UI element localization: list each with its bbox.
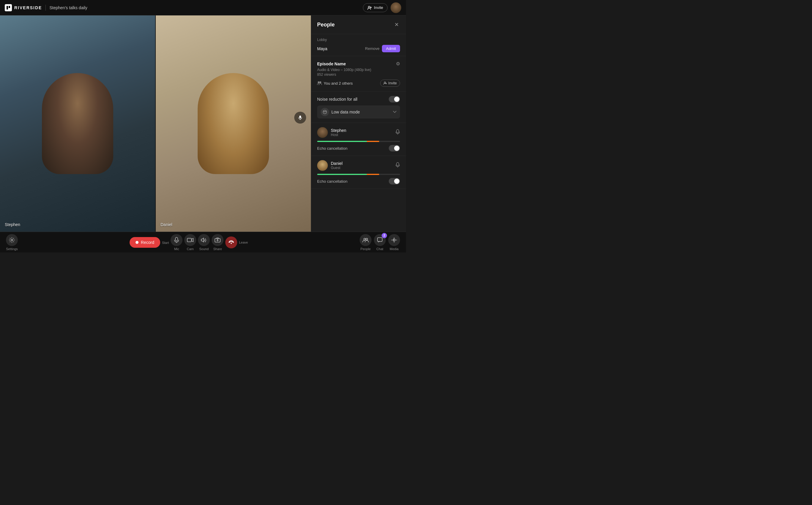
stephen-echo-toggle[interactable] [389,145,400,152]
record-button[interactable]: Record [130,237,160,248]
panel-header: People ✕ [311,15,406,34]
share-button[interactable]: Share [212,234,224,251]
media-icon [391,237,397,243]
people-button[interactable]: People [360,234,372,251]
video-tile-daniel: Daniel [155,15,311,232]
episode-settings-button[interactable]: ⚙ [396,61,400,66]
invite-button-label: Invite [374,5,383,10]
close-panel-button[interactable]: ✕ [393,20,400,29]
chat-label: Chat [376,247,383,251]
cam-button[interactable]: Cam [184,234,196,251]
logo-icon [5,4,12,11]
lobby-section: Lobby Maya Remove Admit [311,34,406,56]
panel-title: People [317,22,335,28]
stephen-role: Host [331,133,392,137]
stephen-avatar [317,127,328,138]
low-data-label: Low data mode [331,110,360,114]
cam-icon-wrapper [184,234,196,246]
remove-button[interactable]: Remove [365,46,379,51]
svg-rect-10 [397,130,399,133]
video-tile-stephen: Stephen [0,15,155,232]
stephen-echo-row: Echo cancellation [317,145,400,152]
main-content: Stephen Daniel People ✕ Lobby [0,15,406,232]
stephen-silhouette [42,73,113,174]
episode-viewers: 852 viewers [317,72,400,76]
stephen-mic-icon [395,129,400,135]
leave-icon [228,240,234,244]
people-icon-wrapper [360,234,372,246]
camera-icon [187,238,193,242]
stephen-level-fill [317,141,379,142]
people-label: People [361,247,371,251]
user-avatar[interactable] [391,2,401,13]
svg-rect-3 [299,116,301,118]
admit-button[interactable]: Admit [382,45,400,52]
invite-button[interactable]: Invite [363,3,388,12]
stephen-info: Stephen Host [331,128,392,137]
stephen-mic-button[interactable] [395,129,400,136]
gear-icon [9,237,15,243]
leave-label: Leave [239,240,248,244]
settings-button[interactable]: Settings [6,234,18,251]
noise-reduction-toggle[interactable] [389,96,400,103]
low-data-left: Low data mode [321,108,360,116]
leave-button[interactable] [225,236,237,248]
sound-button[interactable]: Sound [198,234,210,251]
svg-point-21 [366,238,368,240]
stephen-person-header: Stephen Host [317,127,400,138]
lobby-person-name: Maya [317,46,327,51]
daniel-echo-toggle[interactable] [389,178,400,184]
header-divider [45,5,46,11]
mic-button[interactable]: Mic [171,234,182,251]
chat-icon-wrapper: 2 [374,234,386,246]
lobby-actions: Remove Admit [365,45,400,52]
start-label: Start [162,241,169,244]
noise-reduction-label: Noise reduction for all [317,97,357,102]
people-icon [362,238,369,242]
media-button[interactable]: Media [388,234,400,251]
daniel-level-fill [317,174,379,175]
svg-rect-0 [7,6,8,9]
chat-button[interactable]: 2 Chat [374,234,386,251]
daniel-mic-indicator [294,112,306,124]
sound-icon [201,237,207,243]
share-label: Share [214,247,222,251]
media-label: Media [390,247,399,251]
participants-left: You and 2 others [317,81,353,86]
daniel-section: Daniel Guest Echo cancellation [311,156,406,189]
stephen-level-bar [317,141,400,142]
stephen-video-label: Stephen [5,222,20,227]
low-data-row[interactable]: Low data mode [317,106,400,119]
video-bg-daniel [156,15,311,232]
header-right: Invite [363,2,401,13]
daniel-role: Guest [331,166,392,170]
svg-rect-22 [378,238,382,241]
low-data-icon [321,108,329,116]
svg-point-5 [318,81,319,83]
daniel-mic-button[interactable] [395,162,400,169]
svg-point-14 [11,239,13,241]
daniel-avatar [317,160,328,171]
settings-icon [6,234,18,246]
svg-point-19 [231,243,232,244]
episode-quality: Audio & Video – 1080p (480p live) [317,68,400,72]
participants-text: You and 2 others [324,81,353,86]
chevron-down-icon [393,111,397,113]
video-bg-stephen [0,15,155,232]
episode-invite-button[interactable]: Invite [380,79,400,87]
record-label: Record [141,240,154,245]
svg-point-20 [364,238,366,240]
episode-invite-icon [383,81,387,85]
stephen-section: Stephen Host Echo cancellation [311,123,406,156]
header: RIVERSIDE Stephen's talks daily Invite [0,0,406,15]
share-icon-wrapper [212,234,224,246]
episode-name: Episode Name [317,61,346,66]
record-dot [136,241,138,244]
svg-rect-15 [175,237,178,241]
svg-rect-12 [397,163,399,166]
episode-invite-label: Invite [388,81,397,85]
svg-point-9 [324,112,325,112]
bottom-bar: Settings Record Start Mic [0,232,406,252]
episode-section: Episode Name ⚙ Audio & Video – 1080p (48… [311,56,406,92]
low-data-signal-icon [323,110,327,114]
